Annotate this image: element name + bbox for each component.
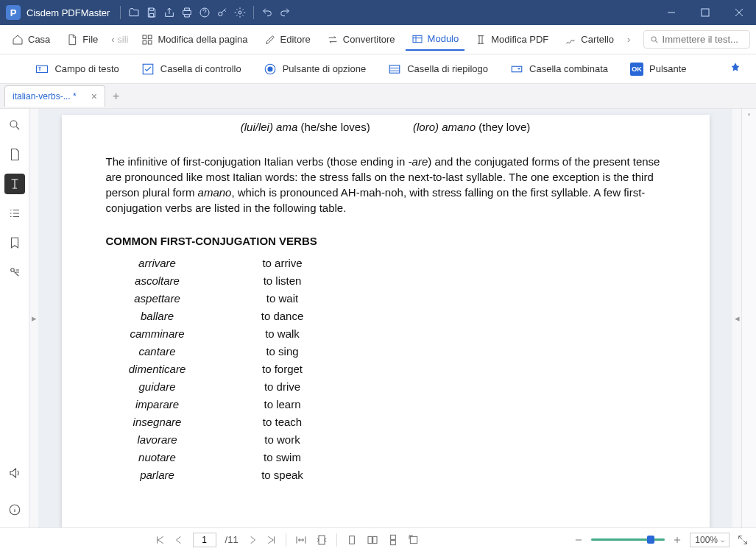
search-box[interactable]	[643, 30, 750, 49]
titlebar: P Cisdem PDFMaster	[0, 0, 756, 25]
verb-row: imparareto learn	[106, 396, 665, 413]
sign-label: Cartello	[581, 34, 614, 45]
zoom-in-button[interactable]	[672, 535, 682, 545]
left-sidebar	[0, 109, 29, 527]
conjugation-header: (lui/lei) ama (he/she loves) (loro) aman…	[106, 121, 665, 133]
undo-icon[interactable]	[258, 4, 276, 21]
edit-pdf-label: Modifica PDF	[491, 34, 548, 45]
rotate-icon[interactable]	[408, 534, 420, 546]
svg-point-13	[268, 67, 272, 71]
settings-icon[interactable]	[231, 4, 249, 21]
maximize-button[interactable]	[688, 0, 722, 25]
svg-rect-7	[149, 40, 152, 44]
single-page-icon[interactable]	[346, 534, 358, 546]
last-page-button[interactable]	[266, 535, 277, 545]
save-icon[interactable]	[143, 4, 160, 21]
svg-rect-24	[390, 540, 395, 544]
form-button[interactable]: Modulo	[406, 29, 465, 51]
collapse-left-handle[interactable]: ▸	[29, 109, 38, 527]
checkbox-label: Casella di controllo	[160, 63, 241, 74]
share-icon[interactable]	[160, 4, 178, 21]
svg-rect-8	[413, 35, 422, 42]
document-viewport[interactable]: (lui/lei) ama (he/she loves) (loro) aman…	[38, 109, 732, 527]
verb-row: lavorareto work	[106, 431, 665, 449]
svg-rect-3	[702, 9, 709, 16]
page-total: /11	[225, 534, 239, 545]
file-label: File	[82, 34, 98, 45]
chevron-left-icon[interactable]: ‹ sili	[108, 29, 131, 49]
converter-button[interactable]: Convertitore	[321, 29, 401, 50]
form-label: Modulo	[428, 33, 459, 44]
redo-icon[interactable]	[276, 4, 294, 21]
page-edit-label: Modifica della pagina	[158, 34, 247, 45]
verb-row: arrivareto arrive	[106, 255, 665, 272]
converter-label: Convertitore	[343, 34, 395, 45]
fit-page-icon[interactable]	[316, 534, 328, 546]
text-panel-icon[interactable]	[4, 174, 25, 194]
document-tab[interactable]: italian-verbs-... * ×	[4, 85, 105, 107]
search-input[interactable]	[663, 34, 743, 45]
pin-icon[interactable]	[729, 62, 741, 76]
open-icon[interactable]	[125, 4, 143, 21]
verb-row: cantareto sing	[106, 343, 665, 360]
chevron-right-icon[interactable]: ›	[624, 29, 633, 49]
continuous-icon[interactable]	[387, 534, 399, 546]
verb-row: nuotareto swim	[106, 449, 665, 466]
editor-button[interactable]: Editore	[258, 29, 317, 50]
edit-pdf-button[interactable]: Modifica PDF	[469, 29, 554, 50]
status-bar: /11 100%⌵	[0, 527, 756, 551]
app-logo-icon: P	[6, 5, 21, 20]
tab-strip: italian-verbs-... * × +	[0, 84, 756, 109]
signature-panel-icon[interactable]	[4, 262, 25, 282]
verb-row: parlareto speak	[106, 466, 665, 484]
prev-page-button[interactable]	[174, 535, 184, 545]
collapse-right-handle[interactable]: ◂	[732, 109, 741, 527]
double-page-icon[interactable]	[367, 534, 378, 546]
sound-icon[interactable]	[4, 463, 25, 483]
help-icon[interactable]	[196, 4, 213, 21]
scroll-up-icon[interactable]: ˄	[742, 109, 756, 124]
zoom-select[interactable]: 100%⌵	[690, 533, 729, 547]
page-input[interactable]	[193, 533, 216, 547]
home-button[interactable]: Casa	[6, 29, 56, 50]
svg-point-17	[10, 269, 14, 272]
minimize-button[interactable]	[654, 0, 688, 25]
combobox-label: Casella combinata	[529, 63, 608, 74]
print-icon[interactable]	[178, 4, 196, 21]
svg-rect-19	[319, 536, 325, 544]
next-page-button[interactable]	[247, 535, 258, 545]
thumbnails-panel-icon[interactable]	[4, 144, 25, 165]
text-field-tool[interactable]: Campo di testo	[35, 63, 119, 76]
tab-label: italian-verbs-... *	[13, 91, 77, 102]
radio-label: Pulsante di opzione	[283, 63, 366, 74]
sign-button[interactable]: Cartello	[559, 29, 620, 50]
bookmark-panel-icon[interactable]	[4, 232, 25, 253]
fullscreen-icon[interactable]	[737, 534, 749, 546]
combobox-tool[interactable]: Casella combinata	[510, 63, 608, 76]
main-toolbar: Casa File ‹ sili Modifica della pagina E…	[0, 25, 756, 54]
key-icon[interactable]	[213, 4, 231, 21]
svg-rect-21	[368, 536, 372, 543]
fit-width-icon[interactable]	[295, 534, 307, 546]
listbox-tool[interactable]: Casella di riepilogo	[388, 63, 488, 76]
zoom-out-button[interactable]	[573, 535, 584, 545]
svg-point-16	[10, 121, 17, 127]
file-button[interactable]: File	[60, 29, 104, 50]
outline-panel-icon[interactable]	[4, 203, 25, 224]
tab-close-icon[interactable]: ×	[91, 90, 97, 102]
svg-rect-14	[389, 65, 400, 73]
svg-rect-10	[37, 65, 48, 72]
zoom-slider[interactable]	[591, 538, 665, 541]
radio-tool[interactable]: Pulsante di opzione	[264, 63, 366, 76]
verb-table: arrivareto arriveascoltareto listenaspet…	[106, 255, 665, 484]
svg-point-2	[239, 11, 241, 14]
checkbox-tool[interactable]: Casella di controllo	[141, 63, 241, 76]
new-tab-button[interactable]: +	[105, 85, 127, 107]
search-panel-icon[interactable]	[4, 115, 25, 135]
close-button[interactable]	[722, 0, 756, 25]
right-scrollbar[interactable]: ˄	[741, 109, 756, 527]
info-icon[interactable]	[4, 500, 25, 520]
button-tool[interactable]: OK Pulsante	[630, 63, 687, 76]
first-page-button[interactable]	[155, 535, 165, 545]
page-edit-button[interactable]: Modifica della pagina	[135, 29, 253, 50]
